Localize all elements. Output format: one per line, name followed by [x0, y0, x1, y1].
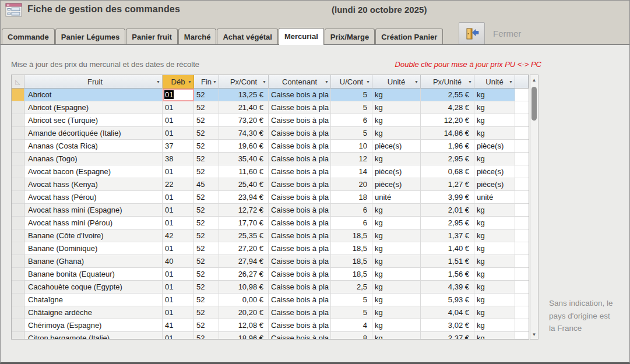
cell-u_cont[interactable]: 14 [331, 165, 372, 178]
cell-fruit[interactable]: Cacahouète coque (Egypte) [24, 281, 163, 294]
cell-px_cont[interactable]: 35,40 € [219, 153, 269, 165]
scrollbar-thumb[interactable] [532, 87, 537, 121]
tab-prix-marge[interactable]: Prix/Marge [325, 29, 375, 44]
cell-unite2[interactable]: kg [474, 255, 515, 268]
cell-unite[interactable]: kg [372, 153, 421, 165]
column-header-fruit[interactable]: Fruit▼ [24, 75, 163, 89]
close-button-label[interactable]: Fermer [493, 29, 521, 38]
cell-fruit[interactable]: Abricot sec (Turquie) [24, 114, 163, 127]
cell-unite2[interactable]: kg [474, 294, 515, 306]
cell-contenant[interactable]: Caisse bois à pla [269, 294, 331, 306]
cell-fruit[interactable]: Banane bonita (Equateur) [24, 268, 163, 281]
record-selector[interactable] [12, 319, 24, 332]
cell-px_cont[interactable]: 27,20 € [219, 242, 269, 255]
cell-unite[interactable]: kg [372, 255, 421, 268]
cell-fruit[interactable]: Banane (Ghana) [24, 255, 163, 268]
cell-px_cont[interactable]: 12,72 € [219, 204, 269, 217]
cell-px_cont[interactable]: 12,08 € [219, 319, 269, 332]
cell-unite[interactable]: pièce(s) [372, 178, 421, 191]
tab-mercurial[interactable]: Mercurial [279, 28, 324, 45]
cell-unite[interactable]: unité [372, 191, 421, 204]
cell-deb[interactable]: 01 [163, 281, 194, 294]
cell-unite2[interactable]: kg [474, 153, 515, 165]
select-all-corner[interactable]: ◺ [12, 75, 24, 89]
cell-px_unite[interactable]: 5,93 € [421, 294, 474, 306]
current-record-selector[interactable] [12, 89, 24, 101]
chevron-down-icon[interactable]: ▼ [509, 80, 513, 84]
cell-px_cont[interactable]: 21,40 € [219, 101, 269, 114]
cell-deb[interactable]: 42 [163, 229, 194, 242]
cell-unite2[interactable]: pièce(s) [474, 178, 515, 191]
cell-px_cont[interactable]: 0,00 € [219, 294, 269, 306]
cell-unite2[interactable]: kg [474, 242, 515, 255]
tab-panier-fruit[interactable]: Panier fruit [126, 29, 178, 44]
cell-fruit[interactable]: Ananas (Togo) [24, 153, 163, 165]
cell-fin[interactable]: 52 [194, 101, 219, 114]
cell-px_cont[interactable]: 19,60 € [219, 140, 269, 153]
cell-u_cont[interactable]: 8 [331, 332, 372, 340]
cell-contenant[interactable]: Caisse bois à pla [269, 114, 331, 127]
cell-contenant[interactable]: Caisse bois à pla [269, 127, 331, 140]
cell-contenant[interactable]: Caisse bois à pla [269, 153, 331, 165]
cell-px_unite[interactable]: 2,01 € [421, 204, 474, 217]
chevron-down-icon[interactable]: ▼ [325, 80, 329, 84]
cell-contenant[interactable]: Caisse bois à pla [269, 101, 331, 114]
cell-unite[interactable]: kg [372, 242, 421, 255]
record-selector[interactable] [12, 242, 24, 255]
cell-px_unite[interactable]: 4,04 € [421, 306, 474, 319]
cell-unite2[interactable]: kg [474, 229, 515, 242]
cell-unite2[interactable]: kg [474, 217, 515, 229]
cell-unite2[interactable]: kg [474, 306, 515, 319]
cell-deb-editing[interactable]: 01 [163, 89, 194, 101]
cell-unite2[interactable]: kg [474, 127, 515, 140]
cell-px_cont[interactable]: 11,60 € [219, 165, 269, 178]
cell-unite2[interactable]: kg [474, 114, 515, 127]
cell-contenant[interactable]: Caisse bois à pla [269, 89, 331, 101]
cell-unite[interactable]: kg [372, 281, 421, 294]
column-header-u_cont[interactable]: U/Cont▼ [331, 75, 372, 89]
column-header-fin[interactable]: Fin▼ [194, 75, 219, 89]
cell-fruit[interactable]: Avocat hass (Kenya) [24, 178, 163, 191]
column-header-deb[interactable]: Déb▼ [163, 75, 194, 89]
column-header-px_unite[interactable]: Px/Unité▼ [421, 75, 474, 89]
cell-px_unite[interactable]: 4,28 € [421, 101, 474, 114]
cell-unite[interactable]: kg [372, 332, 421, 340]
cell-deb[interactable]: 01 [163, 165, 194, 178]
cell-unite[interactable]: pièce(s) [372, 140, 421, 153]
cell-contenant[interactable]: Caisse bois à pla [269, 306, 331, 319]
cell-u_cont[interactable]: 12 [331, 153, 372, 165]
cell-u_cont[interactable]: 18,5 [331, 229, 372, 242]
cell-fin[interactable]: 52 [194, 242, 219, 255]
cell-contenant[interactable]: Caisse bois à pla [269, 268, 331, 281]
cell-unite2[interactable]: kg [474, 319, 515, 332]
cell-unite[interactable]: kg [372, 89, 421, 101]
cell-fin[interactable]: 52 [194, 165, 219, 178]
record-selector[interactable] [12, 268, 24, 281]
cell-contenant[interactable]: Caisse bois à pla [269, 178, 331, 191]
record-selector[interactable] [12, 114, 24, 127]
cell-fruit[interactable]: Chataîgne [24, 294, 163, 306]
cell-contenant[interactable]: Caisse bois à pla [269, 165, 331, 178]
cell-deb[interactable]: 41 [163, 319, 194, 332]
cell-px_unite[interactable]: 1,27 € [421, 178, 474, 191]
chevron-down-icon[interactable]: ▼ [262, 80, 266, 84]
cell-u_cont[interactable]: 6 [331, 114, 372, 127]
tab-commande[interactable]: Commande [2, 29, 55, 44]
record-selector[interactable] [12, 255, 24, 268]
cell-fin[interactable]: 52 [194, 127, 219, 140]
record-selector[interactable] [12, 165, 24, 178]
cell-unite2[interactable]: unité [474, 191, 515, 204]
column-header-px_cont[interactable]: Px/Cont▼ [219, 75, 269, 89]
cell-unite[interactable]: kg [372, 101, 421, 114]
cell-px_unite[interactable]: 1,96 € [421, 140, 474, 153]
cell-fin[interactable]: 52 [194, 229, 219, 242]
cell-deb[interactable]: 22 [163, 178, 194, 191]
cell-unite2[interactable]: pièce(s) [474, 165, 515, 178]
cell-fin[interactable]: 52 [194, 140, 219, 153]
cell-px_unite[interactable]: 2,55 € [421, 89, 474, 101]
chevron-down-icon[interactable]: ▼ [414, 80, 418, 84]
cell-unite[interactable]: kg [372, 268, 421, 281]
cell-px_unite[interactable]: 1,37 € [421, 229, 474, 242]
cell-u_cont[interactable]: 20 [331, 178, 372, 191]
cell-fin[interactable]: 45 [194, 178, 219, 191]
